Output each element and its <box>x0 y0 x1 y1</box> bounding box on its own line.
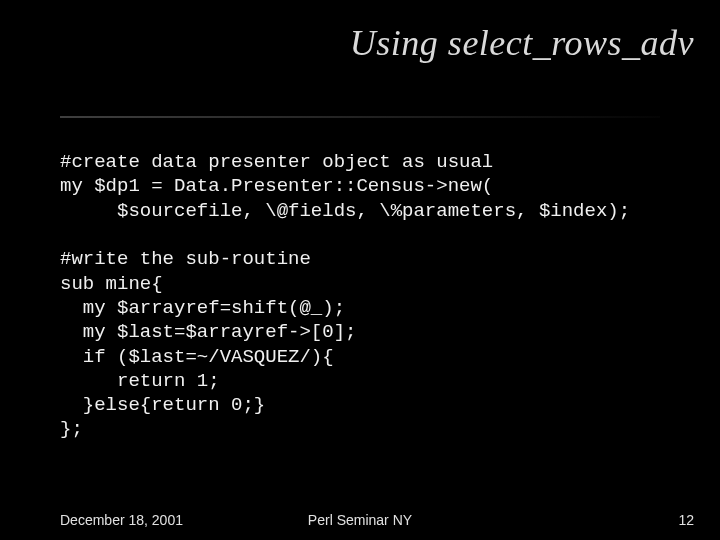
footer-page-number: 12 <box>678 512 694 528</box>
code-line: }else{return 0;} <box>60 394 265 416</box>
footer-center: Perl Seminar NY <box>0 512 720 528</box>
code-line: #write the sub-routine <box>60 248 311 270</box>
code-line: my $dp1 = Data.Presenter::Census->new( <box>60 175 493 197</box>
code-line: #create data presenter object as usual <box>60 151 493 173</box>
code-line: sub mine{ <box>60 273 163 295</box>
code-block: #create data presenter object as usual m… <box>60 150 680 442</box>
code-line: }; <box>60 418 83 440</box>
code-line: return 1; <box>60 370 220 392</box>
code-line: $sourcefile, \@fields, \%parameters, $in… <box>60 200 630 222</box>
code-line: my $arrayref=shift(@_); <box>60 297 345 319</box>
code-line: if ($last=~/VASQUEZ/){ <box>60 346 334 368</box>
slide: Using select_rows_adv #create data prese… <box>0 0 720 540</box>
code-line: my $last=$arrayref->[0]; <box>60 321 356 343</box>
divider-line <box>60 116 660 118</box>
slide-title: Using select_rows_adv <box>0 0 720 68</box>
